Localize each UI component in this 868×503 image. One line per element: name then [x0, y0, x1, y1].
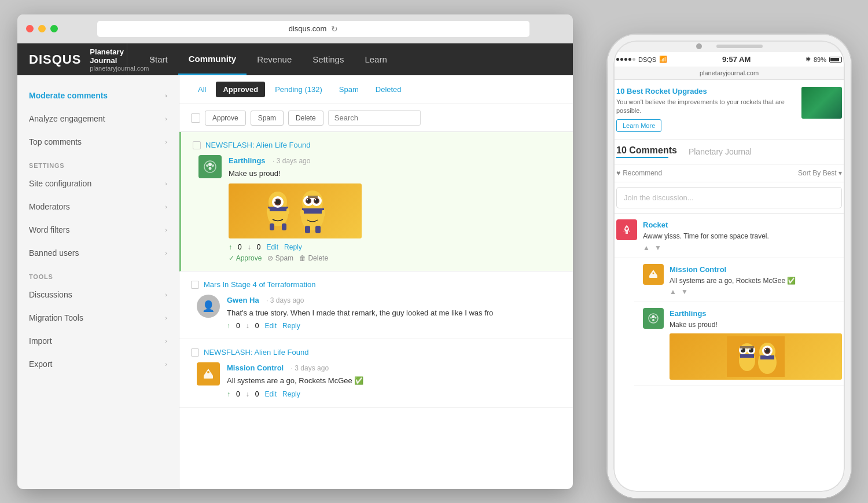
chevron-icon: ›: [165, 337, 167, 344]
nav-link-community[interactable]: Community: [178, 43, 247, 75]
reply-link-1[interactable]: Reply: [284, 243, 302, 251]
comment-text-1: Make us proud!: [229, 168, 561, 179]
tab-all[interactable]: All: [191, 82, 213, 97]
search-input[interactable]: [328, 110, 421, 126]
signal-indicator: [616, 58, 635, 61]
carrier-text: DSQS: [638, 56, 656, 63]
address-bar[interactable]: disqus.com ↻: [97, 21, 529, 37]
downvote-icon[interactable]: ↓: [248, 243, 251, 251]
sidebar-item-site-config[interactable]: Site configuration ›: [17, 172, 179, 195]
phone-discussion-input[interactable]: Join the discussion...: [616, 187, 842, 208]
nav-link-revenue[interactable]: Revenue: [247, 43, 302, 75]
upvote-icon[interactable]: ▲: [670, 288, 676, 296]
reply-link-2[interactable]: Reply: [282, 322, 300, 330]
downvote-icon[interactable]: ▼: [654, 244, 661, 252]
downvote-count-1: 0: [257, 243, 261, 251]
thread-checkbox-2[interactable]: [191, 281, 199, 289]
approve-button[interactable]: Approve: [205, 111, 246, 126]
phone-comment-earthlings: Earthlings Make us proud!: [634, 302, 851, 386]
select-all-checkbox[interactable]: [191, 113, 200, 123]
sidebar-item-moderate-comments[interactable]: Moderate comments ›: [17, 84, 179, 107]
spam-button[interactable]: Spam: [251, 111, 284, 126]
sidebar-item-export[interactable]: Export ›: [17, 353, 179, 376]
chevron-icon: ›: [165, 92, 167, 99]
nav-link-settings[interactable]: Settings: [302, 43, 354, 75]
comment-time-3: · 3 days ago: [291, 364, 329, 372]
phone-author-rocket: Rocket: [643, 221, 668, 229]
comment-author-3[interactable]: Mission Control: [227, 364, 284, 372]
sidebar-item-discussions[interactable]: Discussions ›: [17, 283, 179, 306]
phone-content[interactable]: 10 Best Rocket Upgrades You won't believ…: [608, 80, 851, 498]
sidebar-item-banned-users[interactable]: Banned users ›: [17, 241, 179, 265]
downvote-icon[interactable]: ↓: [246, 322, 249, 330]
phone-votes-rocket: ▲ ▼: [643, 244, 842, 252]
upvote-icon[interactable]: ↑: [229, 243, 232, 251]
comment-author-1[interactable]: Earthlings: [229, 156, 266, 165]
sort-dropdown[interactable]: Sort By Best ▾: [798, 169, 842, 177]
thread-title-1[interactable]: NEWSFLASH: Alien Life Found: [193, 141, 561, 149]
tab-spam[interactable]: Spam: [332, 82, 366, 97]
thread-title-3[interactable]: NEWSFLASH: Alien Life Found: [191, 348, 561, 357]
thread-title-text-2: Mars In Stage 4 of Terraformation: [204, 280, 315, 289]
nav-link-start[interactable]: Start: [139, 43, 178, 75]
refresh-icon[interactable]: ↻: [331, 24, 338, 34]
reply-link-3[interactable]: Reply: [282, 390, 300, 398]
downvote-count-3: 0: [255, 390, 259, 398]
sidebar-item-moderators[interactable]: Moderators ›: [17, 195, 179, 218]
phone-site-tab[interactable]: Planetary Journal: [689, 147, 752, 156]
comment-time-2: · 3 days ago: [266, 296, 304, 304]
delete-button[interactable]: Delete: [288, 111, 323, 126]
sidebar-item-migration-tools[interactable]: Migration Tools ›: [17, 306, 179, 329]
nav-link-learn[interactable]: Learn: [354, 43, 397, 75]
thread-checkbox-3[interactable]: [191, 348, 199, 357]
comment-text-3: All systems are a go, Rockets McGee ✅: [227, 376, 561, 386]
sidebar-item-analyze[interactable]: Analyze engagement ›: [17, 107, 179, 130]
upvote-count-2: 0: [236, 322, 240, 330]
phone-comments-count: 10 Comments: [616, 145, 677, 156]
thread-checkbox-1[interactable]: [193, 141, 201, 149]
tab-deleted[interactable]: Deleted: [369, 82, 409, 97]
tab-approved[interactable]: Approved: [216, 82, 265, 97]
close-button[interactable]: [26, 25, 34, 32]
upvote-icon[interactable]: ↑: [227, 390, 230, 398]
phone-ad: 10 Best Rocket Upgrades You won't believ…: [608, 80, 851, 139]
upvote-icon[interactable]: ▲: [643, 244, 650, 252]
delete-action-1[interactable]: 🗑 Delete: [299, 254, 328, 262]
comment-actions-2: ↑ 0 ↓ 0 Edit Reply: [227, 322, 561, 330]
app-container: DISQUS Planetary Journal planetaryjourna…: [17, 43, 573, 489]
svg-point-45: [655, 317, 657, 319]
chevron-icon: ›: [165, 115, 167, 122]
approve-action-1[interactable]: ✓ Approve: [229, 254, 262, 262]
svg-point-64: [765, 349, 766, 350]
wifi-icon: 📶: [659, 56, 667, 63]
sidebar-item-word-filters[interactable]: Word filters ›: [17, 218, 179, 241]
svg-rect-57: [740, 346, 754, 348]
chevron-icon: ›: [165, 249, 167, 256]
learn-more-button[interactable]: Learn More: [616, 119, 661, 132]
svg-point-2: [212, 164, 214, 167]
minimize-button[interactable]: [38, 25, 46, 32]
downvote-icon[interactable]: ▼: [681, 288, 688, 296]
phone-camera: [696, 43, 702, 49]
edit-link-3[interactable]: Edit: [264, 390, 277, 398]
sidebar-item-top-comments[interactable]: Top comments ›: [17, 130, 179, 153]
upvote-icon[interactable]: ↑: [227, 322, 230, 330]
maximize-button[interactable]: [50, 25, 58, 32]
recommend-button[interactable]: ♥ Recommend: [616, 169, 662, 177]
sidebar-label-import: Import: [29, 336, 52, 346]
thread-title-2[interactable]: Mars In Stage 4 of Terraformation: [191, 280, 561, 289]
phone-text-mission: All systems are a go, Rockets McGee ✅: [670, 276, 842, 286]
downvote-icon[interactable]: ↓: [246, 390, 249, 398]
edit-link-2[interactable]: Edit: [264, 322, 277, 330]
battery-indicator: [829, 57, 842, 63]
tab-pending[interactable]: Pending (132): [268, 82, 329, 97]
svg-rect-31: [315, 226, 321, 233]
spam-action-1[interactable]: ⊘ Spam: [267, 254, 293, 262]
tabs-bar: All Approved Pending (132) Spam Deleted: [179, 75, 573, 104]
svg-rect-23: [308, 196, 318, 198]
edit-link-1[interactable]: Edit: [266, 243, 278, 251]
sidebar-label-site-config: Site configuration: [29, 179, 91, 188]
sidebar-item-import[interactable]: Import ›: [17, 329, 179, 353]
phone-text-earthlings: Make us proud!: [670, 320, 842, 330]
comment-author-2[interactable]: Gwen Ha: [227, 296, 259, 304]
